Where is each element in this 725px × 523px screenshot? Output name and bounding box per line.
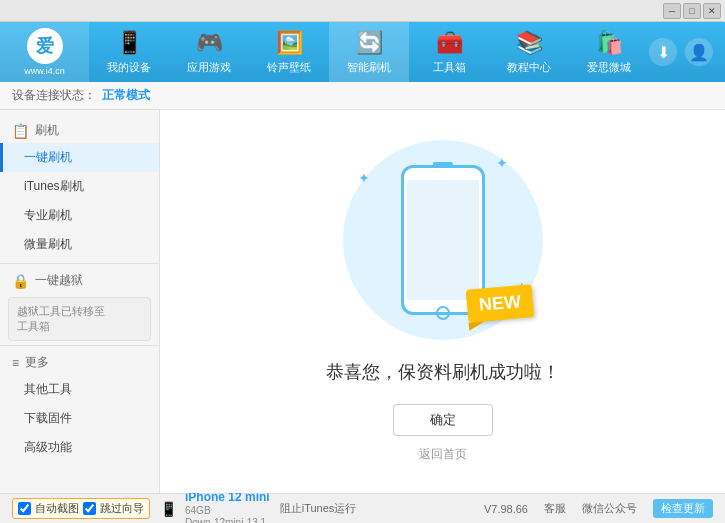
phone-home-button: [436, 306, 450, 320]
sparkle-icon-2: ✦: [496, 155, 508, 171]
sidebar-section-more: ≡ 更多: [0, 350, 159, 375]
flash-section-icon: 📋: [12, 123, 29, 139]
bottom-bar: 自动截图 跳过向导 📱 iPhone 12 mini 64GB Down-12m…: [0, 493, 725, 523]
checkbox-group: 自动截图 跳过向导: [12, 498, 150, 519]
nav-item-wallpaper[interactable]: 🖼️ 铃声壁纸: [249, 22, 329, 82]
sidebar-item-one-key-flash[interactable]: 一键刷机: [0, 143, 159, 172]
phone-speaker: [433, 162, 453, 166]
app-games-icon: 🎮: [196, 30, 223, 56]
sidebar-item-backup-flash[interactable]: 微量刷机: [0, 230, 159, 259]
nav-item-toolbox[interactable]: 🧰 工具箱: [409, 22, 489, 82]
nav-label-toolbox: 工具箱: [433, 60, 466, 75]
sidebar-section-flash: 📋 刷机: [0, 118, 159, 143]
window-controls: ─ □ ✕: [663, 3, 721, 19]
new-badge: NEW: [465, 284, 534, 323]
device-info: iPhone 12 mini 64GB Down-12mini-13,1: [185, 490, 270, 524]
nav-label-wallpaper: 铃声壁纸: [267, 60, 311, 75]
user-button[interactable]: 👤: [685, 38, 713, 66]
back-home-link[interactable]: 返回首页: [419, 446, 467, 463]
status-label: 设备连接状态：: [12, 87, 96, 104]
weidian-icon: 🛍️: [596, 30, 623, 56]
sidebar-divider-2: [0, 345, 159, 346]
bottom-left: 自动截图 跳过向导 📱 iPhone 12 mini 64GB Down-12m…: [12, 490, 476, 524]
toolbox-icon: 🧰: [436, 30, 463, 56]
header-right: ⬇ 👤: [649, 38, 725, 66]
wallpaper-icon: 🖼️: [276, 30, 303, 56]
version-label: V7.98.66: [484, 503, 528, 515]
device-area: 📱 iPhone 12 mini 64GB Down-12mini-13,1: [160, 490, 270, 524]
close-button[interactable]: ✕: [703, 3, 721, 19]
nav-item-app-games[interactable]: 🎮 应用游戏: [169, 22, 249, 82]
skip-wizard-checkbox[interactable]: [83, 502, 96, 515]
download-button[interactable]: ⬇: [649, 38, 677, 66]
device-phone-icon: 📱: [160, 501, 177, 517]
sidebar: 📋 刷机 一键刷机 iTunes刷机 专业刷机 微量刷机 🔒 一键越狱 越狱工具…: [0, 110, 160, 493]
sidebar-item-other-tools[interactable]: 其他工具: [0, 375, 159, 404]
sidebar-item-download-firmware[interactable]: 下载固件: [0, 404, 159, 433]
title-bar: ─ □ ✕: [0, 0, 725, 22]
stop-itunes-button[interactable]: 阻止iTunes运行: [280, 501, 357, 516]
sparkle-icon-1: ✦: [358, 170, 370, 186]
phone-illustration: ✦ ✦ ✦ NEW: [343, 140, 543, 340]
more-section-label: 更多: [25, 354, 49, 371]
auto-close-checkbox[interactable]: [18, 502, 31, 515]
nav-label-tutorial: 教程中心: [507, 60, 551, 75]
nav-bar: 📱 我的设备 🎮 应用游戏 🖼️ 铃声壁纸 🔄 智能刷机 🧰 工具箱 📚 教程中…: [89, 22, 649, 82]
phone-screen: [407, 180, 479, 300]
device-model: Down-12mini-13,1: [185, 517, 270, 524]
success-message: 恭喜您，保资料刷机成功啦！: [326, 360, 560, 384]
jailbreak-notice: 越狱工具已转移至工具箱: [8, 297, 151, 341]
nav-item-my-device[interactable]: 📱 我的设备: [89, 22, 169, 82]
header: 爱 www.i4.cn 📱 我的设备 🎮 应用游戏 🖼️ 铃声壁纸 🔄 智能刷机…: [0, 22, 725, 82]
nav-label-my-device: 我的设备: [107, 60, 151, 75]
notice-text: 越狱工具已转移至工具箱: [17, 304, 105, 334]
nav-item-weidian[interactable]: 🛍️ 爱思微城: [569, 22, 649, 82]
confirm-button[interactable]: 确定: [393, 404, 493, 436]
main-layout: 📋 刷机 一键刷机 iTunes刷机 专业刷机 微量刷机 🔒 一键越狱 越狱工具…: [0, 110, 725, 493]
maximize-button[interactable]: □: [683, 3, 701, 19]
device-storage: 64GB: [185, 505, 270, 516]
logo-icon: 爱: [27, 28, 63, 64]
tutorial-icon: 📚: [516, 30, 543, 56]
status-bar: 设备连接状态： 正常模式: [0, 82, 725, 110]
nav-item-smart-flash[interactable]: 🔄 智能刷机: [329, 22, 409, 82]
skip-wizard-label: 跳过向导: [100, 501, 144, 516]
content-area: ✦ ✦ ✦ NEW 恭喜您，保资料刷机成功啦！ 确定 返回首页: [160, 110, 725, 493]
service-link[interactable]: 客服: [544, 501, 566, 516]
sidebar-item-pro-flash[interactable]: 专业刷机: [0, 201, 159, 230]
sidebar-item-itunes-flash[interactable]: iTunes刷机: [0, 172, 159, 201]
flash-section-label: 刷机: [35, 122, 59, 139]
logo-symbol: 爱: [36, 34, 54, 58]
status-value: 正常模式: [102, 87, 150, 104]
sidebar-divider-1: [0, 263, 159, 264]
logo-area: 爱 www.i4.cn: [0, 22, 89, 82]
logo-url: www.i4.cn: [24, 66, 65, 76]
sidebar-section-jailbreak: 🔒 一键越狱: [0, 268, 159, 293]
my-device-icon: 📱: [116, 30, 143, 56]
check-update-button[interactable]: 检查更新: [653, 499, 713, 518]
jailbreak-lock-icon: 🔒: [12, 273, 29, 289]
nav-label-app-games: 应用游戏: [187, 60, 231, 75]
wechat-link[interactable]: 微信公众号: [582, 501, 637, 516]
more-section-icon: ≡: [12, 356, 19, 370]
jailbreak-section-label: 一键越狱: [35, 272, 83, 289]
nav-label-smart-flash: 智能刷机: [347, 60, 391, 75]
nav-label-weidian: 爱思微城: [587, 60, 631, 75]
minimize-button[interactable]: ─: [663, 3, 681, 19]
auto-close-label: 自动截图: [35, 501, 79, 516]
nav-item-tutorial[interactable]: 📚 教程中心: [489, 22, 569, 82]
sidebar-item-advanced[interactable]: 高级功能: [0, 433, 159, 462]
smart-flash-icon: 🔄: [356, 30, 383, 56]
bottom-right: V7.98.66 客服 微信公众号 检查更新: [484, 499, 713, 518]
